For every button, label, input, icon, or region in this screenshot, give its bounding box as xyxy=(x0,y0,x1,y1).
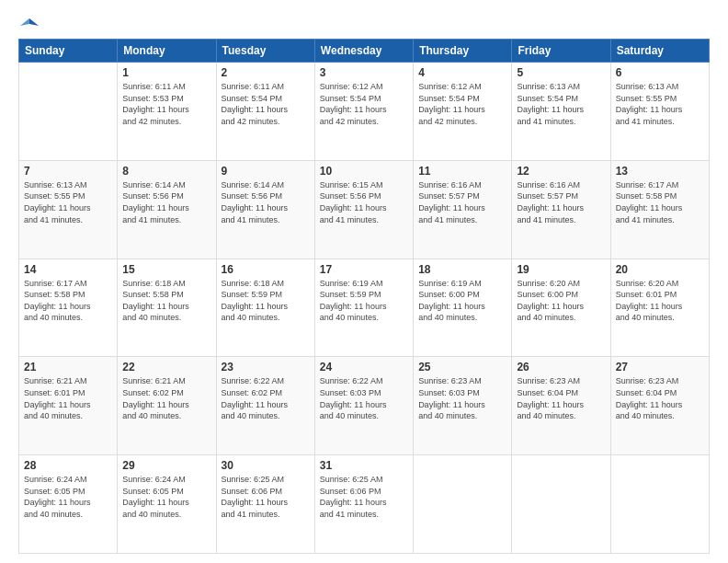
calendar-cell: 20Sunrise: 6:20 AM Sunset: 6:01 PM Dayli… xyxy=(610,259,709,357)
day-info: Sunrise: 6:17 AM Sunset: 5:58 PM Dayligh… xyxy=(616,179,704,225)
weekday-header-friday: Friday xyxy=(512,40,610,63)
calendar-cell: 28Sunrise: 6:24 AM Sunset: 6:05 PM Dayli… xyxy=(19,455,118,554)
day-info: Sunrise: 6:12 AM Sunset: 5:54 PM Dayligh… xyxy=(418,81,506,127)
day-number: 2 xyxy=(222,66,310,79)
day-number: 22 xyxy=(122,361,210,373)
weekday-header-saturday: Saturday xyxy=(610,40,709,63)
day-info: Sunrise: 6:23 AM Sunset: 6:04 PM Dayligh… xyxy=(517,375,605,421)
day-info: Sunrise: 6:13 AM Sunset: 5:55 PM Dayligh… xyxy=(616,81,704,127)
day-info: Sunrise: 6:19 AM Sunset: 5:59 PM Dayligh… xyxy=(320,278,408,324)
calendar-cell: 2Sunrise: 6:11 AM Sunset: 5:54 PM Daylig… xyxy=(216,63,314,161)
day-info: Sunrise: 6:19 AM Sunset: 6:00 PM Dayligh… xyxy=(418,278,506,324)
weekday-header-sunday: Sunday xyxy=(19,40,118,63)
day-number: 18 xyxy=(418,263,506,276)
calendar-cell: 23Sunrise: 6:22 AM Sunset: 6:02 PM Dayli… xyxy=(216,357,314,455)
weekday-header-thursday: Thursday xyxy=(414,40,512,63)
calendar-cell: 15Sunrise: 6:18 AM Sunset: 5:58 PM Dayli… xyxy=(118,259,216,357)
day-number: 20 xyxy=(616,263,704,276)
calendar-cell xyxy=(414,455,512,554)
svg-marker-1 xyxy=(20,18,29,26)
day-number: 27 xyxy=(616,361,704,373)
weekday-header-row: SundayMondayTuesdayWednesdayThursdayFrid… xyxy=(19,40,710,63)
day-info: Sunrise: 6:18 AM Sunset: 5:58 PM Dayligh… xyxy=(122,278,210,324)
day-info: Sunrise: 6:22 AM Sunset: 6:02 PM Dayligh… xyxy=(222,375,310,421)
logo-bird-icon xyxy=(20,17,39,35)
calendar-cell: 14Sunrise: 6:17 AM Sunset: 5:58 PM Dayli… xyxy=(19,259,118,357)
day-number: 13 xyxy=(616,165,704,178)
week-row-2: 7Sunrise: 6:13 AM Sunset: 5:55 PM Daylig… xyxy=(19,160,710,259)
day-number: 11 xyxy=(418,165,506,178)
calendar-cell: 4Sunrise: 6:12 AM Sunset: 5:54 PM Daylig… xyxy=(414,63,512,161)
calendar-cell: 3Sunrise: 6:12 AM Sunset: 5:54 PM Daylig… xyxy=(314,63,413,161)
day-number: 31 xyxy=(320,459,408,472)
calendar-cell xyxy=(512,455,610,554)
svg-marker-0 xyxy=(29,18,39,26)
day-info: Sunrise: 6:15 AM Sunset: 5:56 PM Dayligh… xyxy=(320,179,408,225)
day-info: Sunrise: 6:24 AM Sunset: 6:05 PM Dayligh… xyxy=(122,474,210,520)
day-number: 7 xyxy=(24,165,112,178)
day-info: Sunrise: 6:16 AM Sunset: 5:57 PM Dayligh… xyxy=(418,179,506,225)
calendar-cell: 27Sunrise: 6:23 AM Sunset: 6:04 PM Dayli… xyxy=(610,357,709,455)
day-number: 29 xyxy=(122,459,210,472)
calendar: SundayMondayTuesdayWednesdayThursdayFrid… xyxy=(18,39,710,554)
calendar-cell: 7Sunrise: 6:13 AM Sunset: 5:55 PM Daylig… xyxy=(19,160,118,259)
day-number: 10 xyxy=(320,165,408,178)
calendar-cell: 18Sunrise: 6:19 AM Sunset: 6:00 PM Dayli… xyxy=(414,259,512,357)
calendar-cell: 25Sunrise: 6:23 AM Sunset: 6:03 PM Dayli… xyxy=(414,357,512,455)
calendar-cell: 26Sunrise: 6:23 AM Sunset: 6:04 PM Dayli… xyxy=(512,357,610,455)
day-number: 14 xyxy=(24,263,112,276)
day-info: Sunrise: 6:14 AM Sunset: 5:56 PM Dayligh… xyxy=(122,179,210,225)
calendar-cell: 5Sunrise: 6:13 AM Sunset: 5:54 PM Daylig… xyxy=(512,63,610,161)
calendar-cell: 1Sunrise: 6:11 AM Sunset: 5:53 PM Daylig… xyxy=(118,63,216,161)
calendar-cell: 21Sunrise: 6:21 AM Sunset: 6:01 PM Dayli… xyxy=(19,357,118,455)
calendar-cell: 16Sunrise: 6:18 AM Sunset: 5:59 PM Dayli… xyxy=(216,259,314,357)
day-number: 26 xyxy=(517,361,605,373)
calendar-cell: 29Sunrise: 6:24 AM Sunset: 6:05 PM Dayli… xyxy=(118,455,216,554)
calendar-cell: 9Sunrise: 6:14 AM Sunset: 5:56 PM Daylig… xyxy=(216,160,314,259)
weekday-header-monday: Monday xyxy=(118,40,216,63)
day-number: 9 xyxy=(222,165,310,178)
day-info: Sunrise: 6:23 AM Sunset: 6:04 PM Dayligh… xyxy=(616,375,704,421)
day-number: 25 xyxy=(418,361,506,373)
day-info: Sunrise: 6:11 AM Sunset: 5:54 PM Dayligh… xyxy=(222,81,310,127)
day-number: 30 xyxy=(222,459,310,472)
calendar-cell: 17Sunrise: 6:19 AM Sunset: 5:59 PM Dayli… xyxy=(314,259,413,357)
calendar-cell: 31Sunrise: 6:25 AM Sunset: 6:06 PM Dayli… xyxy=(314,455,413,554)
day-info: Sunrise: 6:21 AM Sunset: 6:01 PM Dayligh… xyxy=(24,375,112,421)
day-number: 12 xyxy=(517,165,605,178)
week-row-1: 1Sunrise: 6:11 AM Sunset: 5:53 PM Daylig… xyxy=(19,63,710,161)
calendar-cell: 19Sunrise: 6:20 AM Sunset: 6:00 PM Dayli… xyxy=(512,259,610,357)
calendar-cell xyxy=(610,455,709,554)
calendar-cell: 11Sunrise: 6:16 AM Sunset: 5:57 PM Dayli… xyxy=(414,160,512,259)
day-info: Sunrise: 6:22 AM Sunset: 6:03 PM Dayligh… xyxy=(320,375,408,421)
day-info: Sunrise: 6:16 AM Sunset: 5:57 PM Dayligh… xyxy=(517,179,605,225)
calendar-cell: 12Sunrise: 6:16 AM Sunset: 5:57 PM Dayli… xyxy=(512,160,610,259)
day-number: 23 xyxy=(222,361,310,373)
day-info: Sunrise: 6:24 AM Sunset: 6:05 PM Dayligh… xyxy=(24,474,112,520)
day-info: Sunrise: 6:13 AM Sunset: 5:54 PM Dayligh… xyxy=(517,81,605,127)
day-info: Sunrise: 6:17 AM Sunset: 5:58 PM Dayligh… xyxy=(24,278,112,324)
day-number: 1 xyxy=(122,66,210,79)
day-info: Sunrise: 6:25 AM Sunset: 6:06 PM Dayligh… xyxy=(222,474,310,520)
day-number: 17 xyxy=(320,263,408,276)
week-row-3: 14Sunrise: 6:17 AM Sunset: 5:58 PM Dayli… xyxy=(19,259,710,357)
day-number: 21 xyxy=(24,361,112,373)
day-info: Sunrise: 6:12 AM Sunset: 5:54 PM Dayligh… xyxy=(320,81,408,127)
day-info: Sunrise: 6:20 AM Sunset: 6:00 PM Dayligh… xyxy=(517,278,605,324)
day-info: Sunrise: 6:25 AM Sunset: 6:06 PM Dayligh… xyxy=(320,474,408,520)
day-info: Sunrise: 6:11 AM Sunset: 5:53 PM Dayligh… xyxy=(122,81,210,127)
day-info: Sunrise: 6:13 AM Sunset: 5:55 PM Dayligh… xyxy=(24,179,112,225)
day-info: Sunrise: 6:20 AM Sunset: 6:01 PM Dayligh… xyxy=(616,278,704,324)
day-info: Sunrise: 6:23 AM Sunset: 6:03 PM Dayligh… xyxy=(418,375,506,421)
day-number: 8 xyxy=(122,165,210,178)
week-row-5: 28Sunrise: 6:24 AM Sunset: 6:05 PM Dayli… xyxy=(19,455,710,554)
calendar-cell: 30Sunrise: 6:25 AM Sunset: 6:06 PM Dayli… xyxy=(216,455,314,554)
logo xyxy=(18,17,39,31)
day-number: 3 xyxy=(320,66,408,79)
day-number: 16 xyxy=(222,263,310,276)
page: SundayMondayTuesdayWednesdayThursdayFrid… xyxy=(0,0,728,563)
calendar-cell: 13Sunrise: 6:17 AM Sunset: 5:58 PM Dayli… xyxy=(610,160,709,259)
calendar-cell xyxy=(19,63,118,161)
day-number: 28 xyxy=(24,459,112,472)
day-info: Sunrise: 6:14 AM Sunset: 5:56 PM Dayligh… xyxy=(222,179,310,225)
